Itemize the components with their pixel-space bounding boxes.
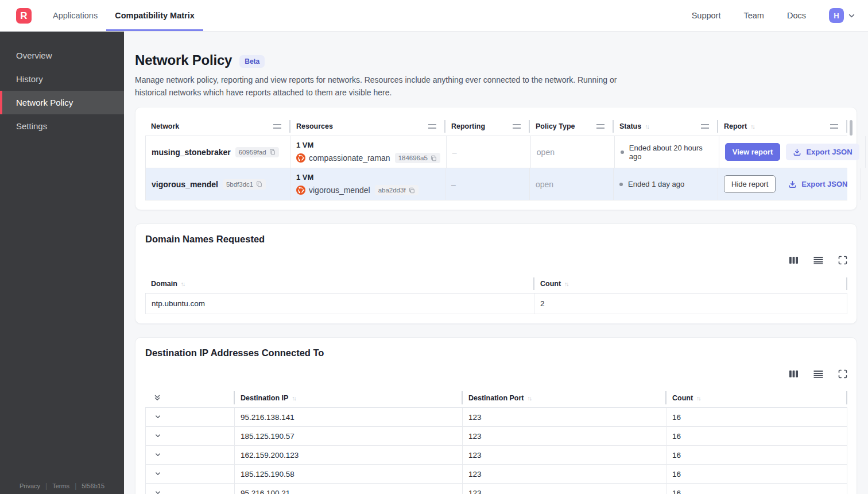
vm-id: aba2dd3f [378,187,406,194]
vm-id: 184696a5 [398,155,428,161]
destination-table-row[interactable]: 185.125.190.57 123 16 [145,427,847,446]
avatar[interactable]: H [829,8,844,23]
app-logo-letter: R [20,10,27,22]
column-header-resources[interactable]: Resources [290,117,445,136]
table-scrollbar-thumb[interactable] [850,120,852,136]
sort-icon[interactable]: ↑↓ [181,280,186,287]
view-report-button[interactable]: View report [725,143,781,161]
domain-table-row[interactable]: ntp.ubuntu.com 2 [145,294,847,314]
column-resize-handle-icon[interactable] [428,124,436,129]
sort-icon[interactable]: ↑↓ [696,395,702,402]
column-resize-handle-icon[interactable] [701,124,709,129]
sort-icon[interactable]: ↑↓ [528,395,533,402]
fullscreen-icon[interactable] [838,256,847,265]
domains-card-title: Domain Names Requested [145,234,847,245]
sidebar-item-settings[interactable]: Settings [0,114,124,138]
sort-icon[interactable]: ↑↓ [564,280,569,287]
expand-cell [145,484,235,494]
page-description: Manage network policy, reporting and vie… [135,74,640,99]
tab-applications-label: Applications [53,11,98,20]
topbar-links: Support Team Docs H [692,0,855,31]
page-title: Network Policy [135,52,232,68]
sort-icon[interactable]: ↑↓ [750,123,755,130]
chevron-down-icon[interactable] [154,413,162,421]
network-cell: vigorous_mendel 5bdf3dc1 [145,168,290,200]
networks-table-card: Network Resources Reporting Policy Type … [135,107,857,210]
column-header-domain[interactable]: Domain ↑↓ [145,275,534,293]
rows-view-icon[interactable] [813,369,823,379]
count-cell: 16 [666,427,847,445]
page-header: Network Policy Beta Manage network polic… [135,32,857,99]
destination-table-row[interactable]: 162.159.200.123 123 16 [145,446,847,465]
team-link[interactable]: Team [743,11,764,20]
column-resize-handle-icon[interactable] [596,124,604,129]
destination-table-row[interactable]: 95.216.100.21 123 16 [145,484,847,494]
sort-icon[interactable]: ↑↓ [645,123,650,130]
reporting-value: – [451,180,456,189]
chevron-down-icon[interactable] [154,432,162,440]
copy-icon[interactable] [431,155,437,161]
column-header-policy-type-label: Policy Type [536,122,575,130]
sidebar-item-network-policy[interactable]: Network Policy [0,91,124,114]
vm-id-badge: 184696a5 [395,153,440,163]
column-resize-handle-icon[interactable] [513,124,521,129]
count-cell: 16 [666,484,847,494]
column-resize-handle-icon[interactable] [273,124,281,129]
column-header-destination-port[interactable]: Destination Port ↑↓ [463,388,666,407]
double-chevron-down-icon[interactable] [153,393,161,402]
destination-table-row[interactable]: 185.125.190.58 123 16 [145,465,847,484]
columns-view-icon[interactable] [789,256,799,265]
sort-icon[interactable]: ↑↓ [292,395,297,402]
column-header-status[interactable]: Status ↑↓ [614,117,718,136]
policy-type-value: open [536,180,553,189]
destination-port-cell: 123 [463,465,666,483]
sidebar-item-history[interactable]: History [0,67,124,91]
tab-compatibility-matrix-label: Compatibility Matrix [115,11,195,20]
network-table-row[interactable]: vigorous_mendel 5bdf3dc1 1 VM vigorous_m… [145,168,847,200]
column-resize-handle-icon[interactable] [830,124,838,129]
docs-link[interactable]: Docs [787,11,806,20]
sidebar-item-overview[interactable]: Overview [0,44,124,67]
column-header-count[interactable]: Count ↑↓ [534,275,847,293]
privacy-link[interactable]: Privacy [20,483,40,489]
column-header-reporting[interactable]: Reporting [445,117,530,136]
fullscreen-icon[interactable] [838,369,847,379]
tab-compatibility-matrix[interactable]: Compatibility Matrix [106,0,203,31]
column-header-report-label: Report [724,122,747,130]
column-header-report[interactable]: Report ↑↓ [718,117,847,136]
chevron-down-icon[interactable] [154,470,162,478]
destination-ip-cell: 185.125.190.58 [235,465,463,483]
rows-view-icon[interactable] [813,256,823,265]
sidebar-item-overview-label: Overview [16,51,52,60]
user-menu[interactable]: H [829,8,855,23]
chevron-down-icon[interactable] [154,451,162,459]
download-icon [788,180,797,188]
export-json-button[interactable]: Export JSON [786,144,859,160]
expand-all-header[interactable] [145,388,235,407]
destination-table-row[interactable]: 95.216.138.141 123 16 [145,408,847,427]
status-dot [619,183,623,186]
terms-link[interactable]: Terms [52,483,69,489]
column-header-destination-ip[interactable]: Destination IP ↑↓ [235,388,463,407]
column-header-reporting-label: Reporting [451,122,485,130]
chevron-down-icon[interactable] [154,489,162,494]
chevron-down-icon[interactable] [848,12,855,20]
main-content: Network Policy Beta Manage network polic… [124,32,868,494]
copy-icon[interactable] [256,181,262,187]
column-header-count[interactable]: Count ↑↓ [666,388,847,407]
app-logo[interactable]: R [16,8,32,24]
column-header-policy-type[interactable]: Policy Type [530,117,614,136]
tab-applications[interactable]: Applications [44,0,106,31]
column-header-network-label: Network [151,122,179,130]
copy-icon[interactable] [269,149,276,155]
copy-icon[interactable] [409,187,415,194]
network-table-row[interactable]: musing_stonebraker 60959fad 1 VM compass… [145,136,847,168]
export-json-button[interactable]: Export JSON [781,176,854,192]
column-header-resources-label: Resources [296,122,333,130]
columns-view-icon[interactable] [789,369,799,379]
network-name: vigorous_mendel [152,180,218,189]
hide-report-button[interactable]: Hide report [724,175,776,193]
column-header-destination-ip-label: Destination IP [241,394,288,402]
column-header-network[interactable]: Network [145,117,290,136]
support-link[interactable]: Support [692,11,721,20]
